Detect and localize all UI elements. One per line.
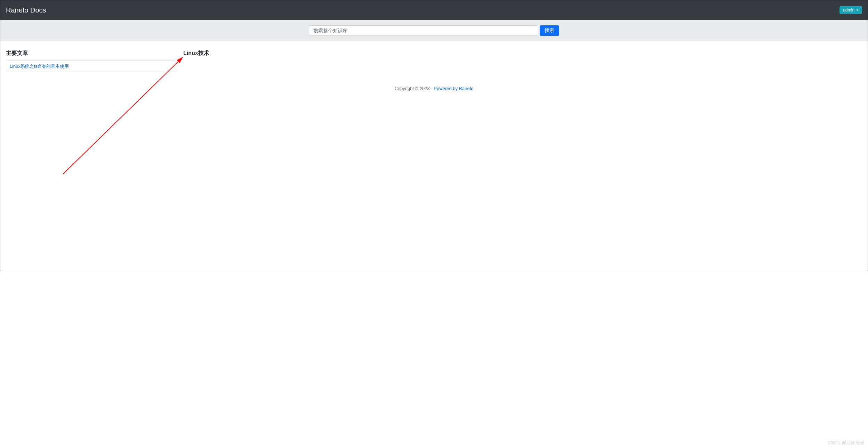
chevron-down-icon: ▼ <box>856 9 859 12</box>
article-list: Linux系统之ls命令的基本使用 <box>6 60 176 72</box>
article-link[interactable]: Linux系统之ls命令的基本使用 <box>10 64 69 69</box>
admin-label: admin <box>843 8 854 13</box>
copyright-text: Copyright © 2023 - <box>394 86 434 91</box>
admin-dropdown-button[interactable]: admin ▼ <box>839 6 862 14</box>
main-articles-title: 主要文章 <box>6 50 176 57</box>
search-input[interactable] <box>309 25 538 36</box>
navbar: Raneto Docs admin ▼ <box>0 0 868 20</box>
powered-by-link[interactable]: Powered by Raneto <box>434 86 473 91</box>
linux-tech-title: Linux技术 <box>183 50 209 57</box>
footer: Copyright © 2023 - Powered by Raneto <box>0 80 868 97</box>
main-articles-section: 主要文章 Linux系统之ls命令的基本使用 <box>6 50 176 72</box>
linux-tech-section: Linux技术 <box>183 50 209 72</box>
main-content: 主要文章 Linux系统之ls命令的基本使用 Linux技术 <box>0 41 868 80</box>
search-container: 搜索 <box>309 25 559 36</box>
search-button[interactable]: 搜索 <box>540 25 559 36</box>
list-item: Linux系统之ls命令的基本使用 <box>6 61 176 72</box>
search-bar: 搜索 <box>0 20 868 41</box>
navbar-brand[interactable]: Raneto Docs <box>6 6 46 14</box>
